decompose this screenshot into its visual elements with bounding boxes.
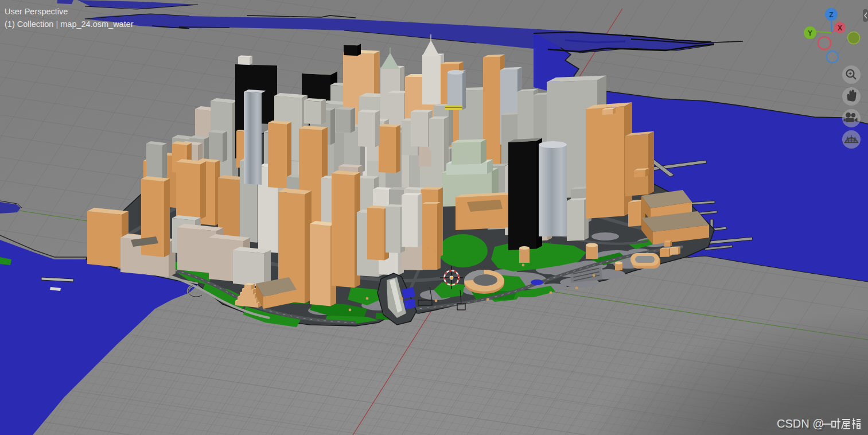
svg-text:CSDN @: CSDN @ xyxy=(777,417,824,430)
